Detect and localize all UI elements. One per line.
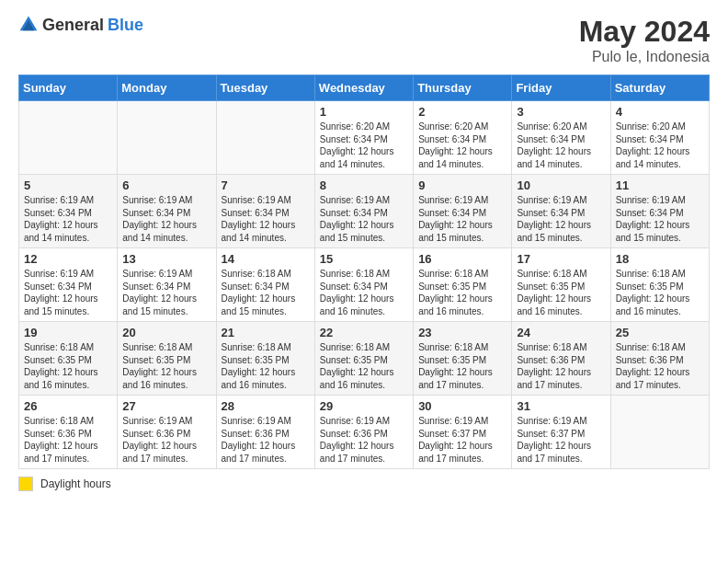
day-info: Sunrise: 6:20 AMSunset: 6:34 PMDaylight:… bbox=[418, 121, 493, 169]
day-number: 2 bbox=[418, 105, 506, 119]
col-thursday: Thursday bbox=[414, 75, 512, 101]
table-row: 5 Sunrise: 6:19 AMSunset: 6:34 PMDayligh… bbox=[19, 175, 118, 248]
day-number: 17 bbox=[517, 252, 605, 266]
day-info: Sunrise: 6:18 AMSunset: 6:35 PMDaylight:… bbox=[24, 342, 98, 390]
logo-text-blue: Blue bbox=[108, 16, 143, 35]
day-number: 24 bbox=[517, 326, 605, 339]
day-info: Sunrise: 6:19 AMSunset: 6:34 PMDaylight:… bbox=[616, 195, 690, 243]
day-number: 20 bbox=[122, 326, 210, 339]
table-row: 1 Sunrise: 6:20 AMSunset: 6:34 PMDayligh… bbox=[314, 101, 413, 175]
table-row: 20 Sunrise: 6:18 AMSunset: 6:35 PMDaylig… bbox=[118, 322, 216, 396]
table-row: 25 Sunrise: 6:18 AMSunset: 6:36 PMDaylig… bbox=[610, 322, 709, 396]
day-number: 19 bbox=[24, 326, 112, 339]
day-number: 22 bbox=[320, 326, 408, 339]
day-number: 26 bbox=[24, 399, 112, 413]
table-row: 6 Sunrise: 6:19 AMSunset: 6:34 PMDayligh… bbox=[118, 175, 216, 248]
day-info: Sunrise: 6:18 AMSunset: 6:35 PMDaylight:… bbox=[418, 342, 493, 390]
table-row: 31 Sunrise: 6:19 AMSunset: 6:37 PMDaylig… bbox=[512, 396, 610, 469]
table-row: 4 Sunrise: 6:20 AMSunset: 6:34 PMDayligh… bbox=[610, 101, 709, 175]
calendar-week-4: 19 Sunrise: 6:18 AMSunset: 6:35 PMDaylig… bbox=[19, 322, 710, 396]
day-info: Sunrise: 6:19 AMSunset: 6:36 PMDaylight:… bbox=[320, 416, 394, 464]
day-number: 29 bbox=[320, 399, 408, 413]
day-number: 7 bbox=[222, 178, 310, 192]
day-info: Sunrise: 6:19 AMSunset: 6:34 PMDaylight:… bbox=[122, 195, 197, 243]
calendar-week-2: 5 Sunrise: 6:19 AMSunset: 6:34 PMDayligh… bbox=[19, 175, 710, 248]
day-info: Sunrise: 6:19 AMSunset: 6:34 PMDaylight:… bbox=[122, 269, 197, 316]
logo-icon bbox=[18, 15, 39, 35]
day-info: Sunrise: 6:18 AMSunset: 6:35 PMDaylight:… bbox=[320, 342, 394, 390]
day-number: 30 bbox=[418, 399, 506, 413]
subtitle: Pulo Ie, Indonesia bbox=[579, 49, 710, 65]
table-row: 19 Sunrise: 6:18 AMSunset: 6:35 PMDaylig… bbox=[19, 322, 118, 396]
day-info: Sunrise: 6:19 AMSunset: 6:34 PMDaylight:… bbox=[222, 195, 296, 243]
day-number: 9 bbox=[418, 178, 506, 192]
table-row: 13 Sunrise: 6:19 AMSunset: 6:34 PMDaylig… bbox=[118, 248, 216, 322]
day-info: Sunrise: 6:19 AMSunset: 6:36 PMDaylight:… bbox=[122, 416, 197, 464]
day-info: Sunrise: 6:20 AMSunset: 6:34 PMDaylight:… bbox=[616, 121, 690, 169]
header-row: Sunday Monday Tuesday Wednesday Thursday… bbox=[19, 75, 710, 101]
logo: GeneralBlue bbox=[18, 15, 143, 35]
table-row: 12 Sunrise: 6:19 AMSunset: 6:34 PMDaylig… bbox=[19, 248, 118, 322]
calendar-table: Sunday Monday Tuesday Wednesday Thursday… bbox=[18, 75, 710, 469]
col-wednesday: Wednesday bbox=[314, 75, 413, 101]
table-row: 7 Sunrise: 6:19 AMSunset: 6:34 PMDayligh… bbox=[216, 175, 314, 248]
logo-text-general: General bbox=[42, 16, 104, 35]
day-info: Sunrise: 6:18 AMSunset: 6:35 PMDaylight:… bbox=[222, 342, 296, 390]
table-row bbox=[19, 101, 118, 175]
title-section: May 2024 Pulo Ie, Indonesia bbox=[579, 15, 710, 65]
table-row bbox=[216, 101, 314, 175]
day-info: Sunrise: 6:19 AMSunset: 6:34 PMDaylight:… bbox=[24, 269, 98, 316]
col-tuesday: Tuesday bbox=[216, 75, 314, 101]
table-row: 26 Sunrise: 6:18 AMSunset: 6:36 PMDaylig… bbox=[19, 396, 118, 469]
calendar-week-3: 12 Sunrise: 6:19 AMSunset: 6:34 PMDaylig… bbox=[19, 248, 710, 322]
col-monday: Monday bbox=[118, 75, 216, 101]
table-row: 21 Sunrise: 6:18 AMSunset: 6:35 PMDaylig… bbox=[216, 322, 314, 396]
main-title: May 2024 bbox=[579, 15, 710, 49]
day-info: Sunrise: 6:18 AMSunset: 6:35 PMDaylight:… bbox=[122, 342, 197, 390]
day-number: 12 bbox=[24, 252, 112, 266]
day-info: Sunrise: 6:18 AMSunset: 6:35 PMDaylight:… bbox=[418, 269, 493, 316]
calendar-body: 1 Sunrise: 6:20 AMSunset: 6:34 PMDayligh… bbox=[19, 101, 710, 469]
table-row: 2 Sunrise: 6:20 AMSunset: 6:34 PMDayligh… bbox=[414, 101, 512, 175]
table-row: 27 Sunrise: 6:19 AMSunset: 6:36 PMDaylig… bbox=[118, 396, 216, 469]
day-info: Sunrise: 6:19 AMSunset: 6:37 PMDaylight:… bbox=[418, 416, 493, 464]
day-info: Sunrise: 6:18 AMSunset: 6:36 PMDaylight:… bbox=[616, 342, 690, 390]
col-friday: Friday bbox=[512, 75, 610, 101]
day-number: 3 bbox=[517, 105, 605, 119]
day-number: 1 bbox=[320, 105, 408, 119]
day-number: 8 bbox=[320, 178, 408, 192]
day-info: Sunrise: 6:19 AMSunset: 6:34 PMDaylight:… bbox=[418, 195, 493, 243]
table-row: 9 Sunrise: 6:19 AMSunset: 6:34 PMDayligh… bbox=[414, 175, 512, 248]
day-info: Sunrise: 6:20 AMSunset: 6:34 PMDaylight:… bbox=[320, 121, 394, 169]
table-row: 17 Sunrise: 6:18 AMSunset: 6:35 PMDaylig… bbox=[512, 248, 610, 322]
calendar-week-5: 26 Sunrise: 6:18 AMSunset: 6:36 PMDaylig… bbox=[19, 396, 710, 469]
col-saturday: Saturday bbox=[610, 75, 709, 101]
day-info: Sunrise: 6:20 AMSunset: 6:34 PMDaylight:… bbox=[517, 121, 591, 169]
calendar-week-1: 1 Sunrise: 6:20 AMSunset: 6:34 PMDayligh… bbox=[19, 101, 710, 175]
table-row: 28 Sunrise: 6:19 AMSunset: 6:36 PMDaylig… bbox=[216, 396, 314, 469]
day-info: Sunrise: 6:19 AMSunset: 6:34 PMDaylight:… bbox=[320, 195, 394, 243]
day-number: 27 bbox=[122, 399, 210, 413]
calendar-header: Sunday Monday Tuesday Wednesday Thursday… bbox=[19, 75, 710, 101]
table-row: 23 Sunrise: 6:18 AMSunset: 6:35 PMDaylig… bbox=[414, 322, 512, 396]
day-number: 23 bbox=[418, 326, 506, 339]
day-number: 5 bbox=[24, 178, 112, 192]
day-number: 21 bbox=[222, 326, 310, 339]
header: GeneralBlue May 2024 Pulo Ie, Indonesia bbox=[18, 15, 710, 65]
day-number: 28 bbox=[222, 399, 310, 413]
day-number: 15 bbox=[320, 252, 408, 266]
table-row: 3 Sunrise: 6:20 AMSunset: 6:34 PMDayligh… bbox=[512, 101, 610, 175]
day-info: Sunrise: 6:19 AMSunset: 6:36 PMDaylight:… bbox=[222, 416, 296, 464]
table-row: 11 Sunrise: 6:19 AMSunset: 6:34 PMDaylig… bbox=[610, 175, 709, 248]
day-info: Sunrise: 6:18 AMSunset: 6:36 PMDaylight:… bbox=[517, 342, 591, 390]
legend-box bbox=[18, 477, 33, 491]
footer: Daylight hours bbox=[18, 477, 710, 491]
table-row: 14 Sunrise: 6:18 AMSunset: 6:34 PMDaylig… bbox=[216, 248, 314, 322]
day-info: Sunrise: 6:18 AMSunset: 6:36 PMDaylight:… bbox=[24, 416, 98, 464]
day-number: 31 bbox=[517, 399, 605, 413]
table-row: 8 Sunrise: 6:19 AMSunset: 6:34 PMDayligh… bbox=[314, 175, 413, 248]
day-number: 4 bbox=[616, 105, 704, 119]
page: GeneralBlue May 2024 Pulo Ie, Indonesia … bbox=[0, 0, 728, 563]
day-number: 25 bbox=[616, 326, 704, 339]
day-number: 16 bbox=[418, 252, 506, 266]
